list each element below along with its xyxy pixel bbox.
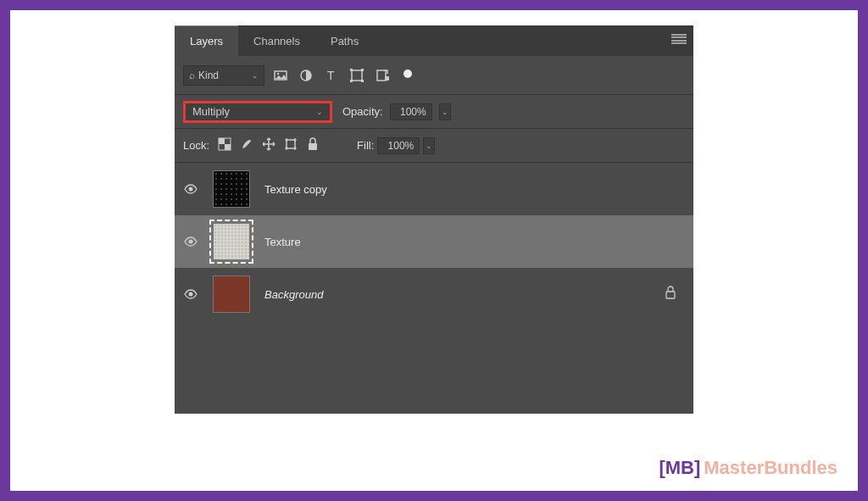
layer-name-label[interactable]: Texture [264,236,301,248]
lock-artboard-icon[interactable] [284,137,298,154]
watermark-text: MasterBundles [704,457,837,479]
lock-all-icon[interactable] [306,137,320,154]
layer-list: Texture copy Texture Background [175,163,693,414]
filter-kind-label: Kind [198,70,219,81]
blend-mode-row: Multiply ⌄ Opacity: 100% ⌄ [175,95,693,129]
svg-rect-10 [385,76,389,81]
panel-tab-bar: Layers Channels Paths [175,25,693,56]
blend-mode-dropdown[interactable]: Multiply ⌄ [183,101,332,123]
layers-panel: Layers Channels Paths ⌕Kind ⌄ T [175,25,693,414]
svg-rect-5 [350,69,353,71]
layer-name-label[interactable]: Background [264,288,323,301]
tab-channels[interactable]: Channels [238,25,315,56]
chevron-down-icon: ⌄ [316,108,323,116]
blend-mode-value: Multiply [192,105,230,118]
svg-rect-6 [361,69,364,71]
watermark-bracket-close: ] [694,457,700,479]
fill-section: Fill: 100% ⌄ [353,137,435,154]
lock-transparency-icon[interactable] [218,137,231,154]
filter-type-icons: T [273,68,412,83]
svg-rect-12 [219,138,225,144]
lock-icons [218,137,320,154]
lock-position-icon[interactable] [262,137,275,154]
visibility-eye-icon[interactable] [183,181,198,197]
layer-row-texture-copy[interactable]: Texture copy [175,163,693,215]
opacity-dropdown-icon[interactable]: ⌄ [439,103,451,120]
svg-rect-4 [352,70,362,81]
svg-rect-8 [361,80,364,82]
lock-pixels-icon[interactable] [240,137,253,154]
svg-point-16 [189,187,193,192]
filter-toggle-icon[interactable] [403,70,412,78]
svg-rect-7 [350,80,353,82]
lock-label: Lock: [183,139,209,152]
layer-lock-icon[interactable] [665,286,676,303]
svg-point-1 [277,72,279,74]
chevron-down-icon: ⌄ [252,71,259,80]
layer-thumbnail[interactable] [210,220,253,263]
lock-row: Lock: Fill: 100% ⌄ [175,129,693,163]
visibility-eye-icon[interactable] [183,287,198,302]
svg-point-17 [189,240,193,244]
search-icon: ⌕ [189,70,195,81]
screenshot-frame: Layers Channels Paths ⌕Kind ⌄ T [10,10,858,491]
tab-layers[interactable]: Layers [175,25,238,56]
layer-thumbnail[interactable] [210,273,253,315]
tab-paths[interactable]: Paths [315,25,374,56]
panel-menu-icon[interactable] [671,34,687,44]
watermark-bracket-open: [ [659,457,665,479]
visibility-eye-icon[interactable] [183,234,198,249]
svg-text:T: T [327,69,335,82]
fill-value[interactable]: 100% [377,137,420,154]
layer-row-texture[interactable]: Texture [175,215,693,268]
opacity-label: Opacity: [342,105,383,118]
type-layer-filter-icon[interactable]: T [324,68,339,83]
shape-layer-filter-icon[interactable] [349,68,364,83]
svg-rect-9 [377,70,386,81]
watermark: [MB] MasterBundles [659,457,837,479]
layer-row-background[interactable]: Background [175,268,693,320]
filter-row: ⌕Kind ⌄ T [175,56,693,95]
opacity-value[interactable]: 100% [390,103,432,120]
smart-object-filter-icon[interactable] [375,68,390,83]
layer-thumbnail[interactable] [210,168,253,210]
watermark-mb: MB [665,457,694,479]
pixel-layer-filter-icon[interactable] [273,68,288,83]
svg-rect-13 [225,144,231,150]
layer-name-label[interactable]: Texture copy [264,183,327,196]
svg-rect-15 [309,143,317,150]
svg-point-18 [189,292,193,297]
svg-rect-14 [287,140,295,148]
fill-dropdown-icon[interactable]: ⌄ [423,137,435,154]
adjustment-layer-filter-icon[interactable] [298,68,314,83]
fill-label: Fill: [357,139,374,152]
panel-body: ⌕Kind ⌄ T Multiply ⌄ Opa [175,56,693,414]
svg-rect-19 [666,292,675,298]
filter-kind-dropdown[interactable]: ⌕Kind ⌄ [183,65,264,86]
